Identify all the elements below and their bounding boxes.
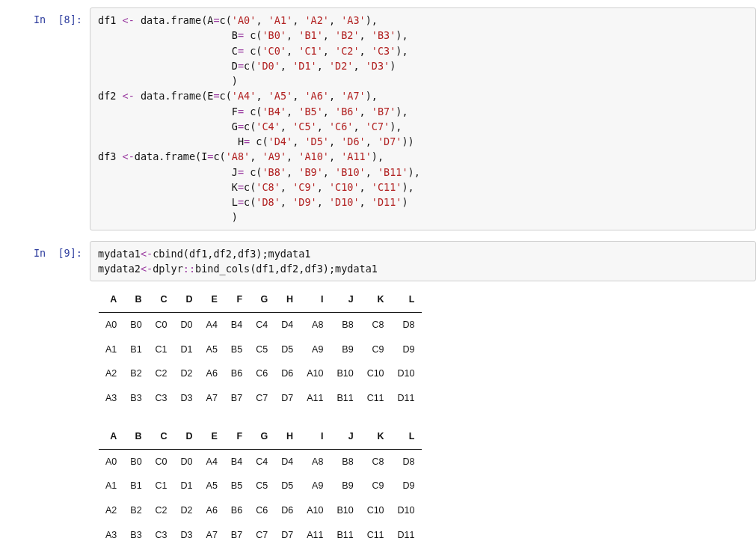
table-cell: D10 (391, 361, 422, 386)
table-cell: B10 (330, 498, 360, 523)
table-cell: C1 (149, 337, 174, 362)
table-cell: B2 (123, 361, 148, 386)
table-cell: C6 (249, 498, 274, 523)
table-cell: D6 (274, 498, 300, 523)
code-9: mydata1<-cbind(df1,df2,df3);mydata1 myda… (98, 246, 748, 277)
table-cell: A11 (300, 386, 330, 411)
table-cell: C9 (360, 474, 391, 498)
table-cell: B6 (224, 361, 249, 386)
table-cell: D0 (174, 449, 200, 474)
col-header: C (149, 287, 174, 312)
table-cell: C8 (360, 312, 391, 337)
output-9: ABCDEFGHIJKLA0B0C0D0A4B4C4D4A8B8C8D8A1B1… (90, 287, 756, 547)
table-cell: D8 (391, 449, 422, 474)
dataframe-output-1: ABCDEFGHIJKLA0B0C0D0A4B4C4D4A8B8C8D8A1B1… (99, 287, 422, 411)
input-cell-8: In [8]: df1 <- data.frame(A=c('A0', 'A1'… (0, 7, 756, 230)
table-cell: A10 (300, 361, 330, 386)
col-header: D (174, 287, 200, 312)
table-cell: D2 (174, 498, 200, 523)
table-cell: D6 (274, 361, 300, 386)
code-8: df1 <- data.frame(A=c('A0', 'A1', 'A2', … (98, 13, 748, 225)
col-header: I (300, 287, 330, 312)
table-cell: A2 (99, 498, 123, 523)
table-cell: A2 (99, 361, 123, 386)
col-header: A (99, 424, 123, 449)
table-row: A2B2C2D2A6B6C6D6A10B10C10D10 (99, 361, 422, 386)
table-cell: A8 (300, 449, 330, 474)
table-cell: B4 (224, 449, 249, 474)
table-cell: C5 (249, 474, 274, 498)
table-cell: C3 (149, 523, 174, 547)
table-cell: D11 (391, 523, 422, 547)
table-cell: B0 (123, 312, 148, 337)
table-cell: D1 (174, 474, 200, 498)
table-cell: B9 (330, 337, 360, 362)
table-row: A3B3C3D3A7B7C7D7A11B11C11D11 (99, 386, 422, 411)
prompt-in-8: In [8]: (0, 7, 90, 27)
table-cell: A1 (99, 474, 123, 498)
table-cell: A9 (300, 474, 330, 498)
table-cell: A3 (99, 523, 123, 547)
table-cell: A4 (200, 312, 224, 337)
table-cell: D4 (274, 449, 300, 474)
table-cell: C7 (249, 523, 274, 547)
table-cell: B3 (123, 523, 148, 547)
table-cell: A6 (200, 498, 224, 523)
table-row: A0B0C0D0A4B4C4D4A8B8C8D8 (99, 449, 422, 474)
table-cell: C3 (149, 386, 174, 411)
code-input-9[interactable]: mydata1<-cbind(df1,df2,df3);mydata1 myda… (90, 241, 756, 282)
col-header: A (99, 287, 123, 312)
table-cell: B7 (224, 523, 249, 547)
table-cell: A3 (99, 386, 123, 411)
table-cell: A8 (300, 312, 330, 337)
col-header: L (391, 424, 422, 449)
col-header: H (274, 287, 300, 312)
table-row: A1B1C1D1A5B5C5D5A9B9C9D9 (99, 337, 422, 362)
table-cell: C5 (249, 337, 274, 362)
table-cell: C0 (149, 312, 174, 337)
table-cell: A10 (300, 498, 330, 523)
table-cell: C1 (149, 474, 174, 498)
prompt-in-9: In [9]: (0, 241, 90, 260)
table-cell: C11 (360, 386, 391, 411)
table-cell: B5 (224, 474, 249, 498)
table-cell: B1 (123, 337, 148, 362)
col-header: K (360, 287, 391, 312)
table-cell: C6 (249, 361, 274, 386)
table-cell: A5 (200, 474, 224, 498)
table-cell: A0 (99, 449, 123, 474)
table-cell: C7 (249, 386, 274, 411)
table-row: A1B1C1D1A5B5C5D5A9B9C9D9 (99, 474, 422, 498)
table-cell: D1 (174, 337, 200, 362)
table-cell: D0 (174, 312, 200, 337)
table-cell: B7 (224, 386, 249, 411)
table-cell: C2 (149, 361, 174, 386)
table-cell: A6 (200, 361, 224, 386)
table-cell: B5 (224, 337, 249, 362)
table-cell: C11 (360, 523, 391, 547)
col-header: E (200, 424, 224, 449)
code-input-8[interactable]: df1 <- data.frame(A=c('A0', 'A1', 'A2', … (90, 7, 756, 230)
col-header: B (123, 287, 148, 312)
table-cell: D5 (274, 337, 300, 362)
table-cell: D4 (274, 312, 300, 337)
table-cell: D9 (391, 337, 422, 362)
table-cell: B4 (224, 312, 249, 337)
col-header: C (149, 424, 174, 449)
table-cell: D7 (274, 386, 300, 411)
cell-body-8: df1 <- data.frame(A=c('A0', 'A1', 'A2', … (90, 7, 756, 230)
table-cell: C0 (149, 449, 174, 474)
table-cell: C4 (249, 312, 274, 337)
table-row: A2B2C2D2A6B6C6D6A10B10C10D10 (99, 498, 422, 523)
table-cell: B10 (330, 361, 360, 386)
table-cell: C2 (149, 498, 174, 523)
col-header: D (174, 424, 200, 449)
table-cell: C8 (360, 449, 391, 474)
table-cell: C4 (249, 449, 274, 474)
col-header: B (123, 424, 148, 449)
input-cell-9: In [9]: mydata1<-cbind(df1,df2,df3);myda… (0, 241, 756, 548)
table-cell: A11 (300, 523, 330, 547)
table-cell: D5 (274, 474, 300, 498)
col-header: E (200, 287, 224, 312)
table-cell: D2 (174, 361, 200, 386)
